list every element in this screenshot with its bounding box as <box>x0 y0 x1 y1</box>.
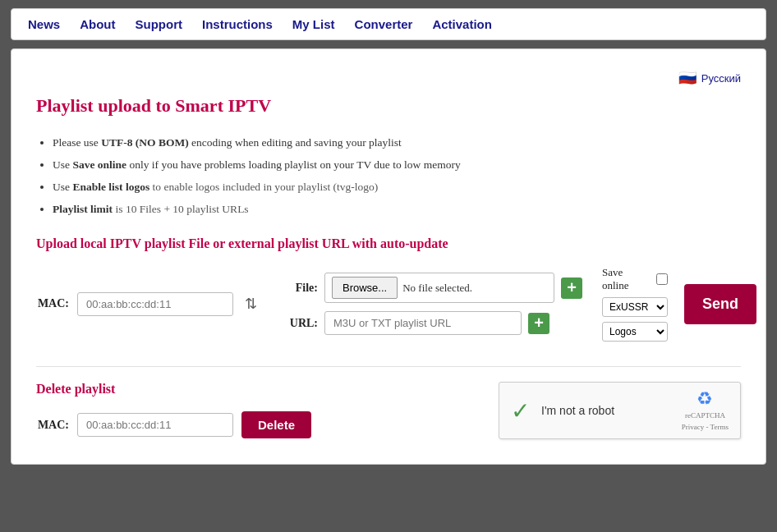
info-item-1: Please use UTF-8 (NO BOM) encoding when … <box>53 131 741 154</box>
mac-input[interactable] <box>77 292 233 316</box>
add-file-button[interactable]: + <box>561 277 582 299</box>
recaptcha-label: I'm not a robot <box>541 404 614 417</box>
nav-converter[interactable]: Converter <box>355 17 413 31</box>
nav-about[interactable]: About <box>80 17 115 31</box>
nav-bar: News About Support Instructions My List … <box>11 8 766 40</box>
file-url-area: File: Browse... No file selected. + URL:… <box>285 273 582 335</box>
save-online-row: Save online <box>602 266 668 292</box>
delete-row: MAC: Delete <box>36 411 482 438</box>
recaptcha-brand: reCAPTCHA <box>685 411 725 421</box>
controls-stacked: Save online ExUSSR World USA Europe Asia… <box>602 266 668 342</box>
controls-send-area: Save online ExUSSR World USA Europe Asia… <box>602 266 756 342</box>
no-file-text: No file selected. <box>402 282 472 295</box>
russian-flag-icon: 🇷🇺 <box>678 69 697 87</box>
url-label: URL: <box>285 317 318 330</box>
section-divider <box>36 366 741 367</box>
delete-and-captcha: Delete playlist MAC: Delete ✓ I'm not a … <box>36 382 741 439</box>
main-card: 🇷🇺 Русский Playlist upload to Smart IPTV… <box>11 48 766 465</box>
nav-activation[interactable]: Activation <box>432 17 492 31</box>
info-item-2: Use Save online only if you have problem… <box>53 154 741 176</box>
delete-mac-label: MAC: <box>36 419 69 432</box>
info-item-4: Playlist limit is 10 Files + 10 playlist… <box>53 198 741 220</box>
recaptcha-terms: Privacy - Terms <box>682 423 729 433</box>
recaptcha-box[interactable]: ✓ I'm not a robot ♻ reCAPTCHA Privacy - … <box>499 382 741 439</box>
russian-flag-row: 🇷🇺 Русский <box>36 69 741 87</box>
browse-button[interactable]: Browse... <box>332 277 398 299</box>
send-button[interactable]: Send <box>684 284 756 324</box>
save-online-checkbox[interactable] <box>656 273 668 285</box>
nav-support[interactable]: Support <box>136 17 183 31</box>
swap-icon[interactable]: ⇅ <box>241 295 260 313</box>
file-input-group: Browse... No file selected. <box>324 273 554 303</box>
nav-instructions[interactable]: Instructions <box>202 17 273 31</box>
file-line: File: Browse... No file selected. + <box>285 273 582 303</box>
upload-section: Upload local IPTV playlist File or exter… <box>36 236 741 342</box>
russian-language-link[interactable]: Русский <box>701 72 741 85</box>
nav-mylist[interactable]: My List <box>292 17 335 31</box>
url-input[interactable] <box>324 311 522 335</box>
logos-dropdown[interactable]: Logos No Logos <box>602 322 668 342</box>
file-label: File: <box>285 282 318 295</box>
upload-section-title: Upload local IPTV playlist File or exter… <box>36 236 741 251</box>
info-list: Please use UTF-8 (NO BOM) encoding when … <box>36 131 741 220</box>
info-item-3: Use Enable list logos to enable logos in… <box>53 176 741 198</box>
delete-section: Delete playlist MAC: Delete <box>36 382 482 438</box>
region-dropdown[interactable]: ExUSSR World USA Europe Asia <box>602 297 668 317</box>
delete-mac-input[interactable] <box>77 413 233 437</box>
save-online-label: Save online <box>602 266 651 292</box>
delete-button[interactable]: Delete <box>241 411 311 438</box>
delete-section-title: Delete playlist <box>36 382 482 397</box>
recaptcha-checkmark-icon: ✓ <box>511 397 530 424</box>
recaptcha-logo-icon: ♻ <box>697 388 713 410</box>
recaptcha-logo: ♻ reCAPTCHA Privacy - Terms <box>682 388 729 432</box>
url-line: URL: + <box>285 311 582 335</box>
nav-news[interactable]: News <box>28 17 60 31</box>
mac-label: MAC: <box>36 297 69 310</box>
add-url-button[interactable]: + <box>528 313 549 334</box>
page-title: Playlist upload to Smart IPTV <box>36 95 741 117</box>
